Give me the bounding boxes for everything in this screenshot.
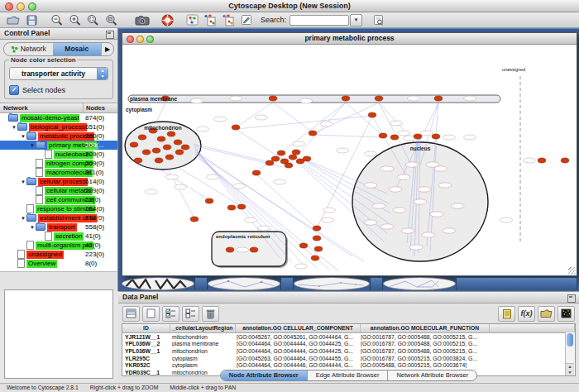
table-row[interactable]: YPL036W__1mitochondrion[GO:0044464, GO:0… [122,347,575,355]
tree-row[interactable]: secretion41(0) [0,232,117,241]
select-nodes-checkbox[interactable]: ✓ [9,85,19,95]
tab-mosaic[interactable]: Mosaic [53,43,102,55]
frame-minimize-button[interactable] [136,36,144,43]
node-label [364,183,377,188]
background-window-edge[interactable] [280,277,294,289]
background-window-edge[interactable] [194,277,208,289]
column-header[interactable]: annotation.GO CELLULAR_COMPONENT [236,324,361,332]
network-view-button[interactable] [184,13,200,26]
delete-attribute-button[interactable] [202,306,219,322]
expander-icon[interactable]: ▼ [20,179,26,184]
tree-row[interactable]: cell communicat22(0) [0,195,117,204]
network-canvas[interactable]: plasma membranecytoplasmmitochondrionnuc… [122,45,575,275]
tree-row[interactable]: ▼cellular process614(0) [0,177,117,186]
tree-row[interactable]: ▼biological_process651(0) [0,122,117,131]
expander-icon[interactable]: ▼ [20,134,26,139]
expander-icon[interactable]: ▼ [11,125,17,130]
tree-row[interactable]: response to stimulu264(0) [0,204,117,213]
edge [273,103,313,132]
float-panel-icon[interactable] [106,31,114,39]
file-icon [36,159,43,168]
nucleus-label: nucleus [410,146,431,151]
expander-icon[interactable]: ▼ [29,143,36,148]
formula-button[interactable]: f(x) [518,306,535,322]
import-attributes-button[interactable] [538,306,555,322]
tab-network[interactable]: Network [4,43,53,55]
tree-row[interactable]: ▼primary metabo209(... [0,141,117,150]
frame-resize-grip[interactable] [568,267,576,275]
help-button[interactable] [159,13,175,26]
tree-col-network[interactable]: Network [0,103,84,112]
tree-row-label: transport [47,223,77,232]
unselect-attributes-button[interactable] [182,306,199,322]
zoom-window-button[interactable] [28,2,36,11]
table-cell: YPL036W__2 [122,341,170,347]
background-window-edge[interactable] [370,277,383,289]
search-dropdown-button[interactable]: ▼ [350,14,362,26]
new-attribute-button[interactable] [142,306,160,322]
background-window-sketch[interactable] [294,277,370,290]
tree-row[interactable]: macromolecule311(0) [0,168,117,177]
tree-row[interactable]: nucleobase-209(0) [0,150,117,159]
background-window-sketch[interactable] [383,277,456,290]
node-color-dropdown[interactable]: transporter activity ▲▼ [9,67,108,80]
attribute-table-button[interactable] [122,306,140,322]
tree-row-node-count: 558(0) [85,223,104,231]
search-input[interactable] [290,15,349,26]
tab-node-attribute-browser[interactable]: Node Attribute Browser [221,370,308,380]
tree-row[interactable]: cellular metabo209(0) [0,186,117,195]
tree-row[interactable]: ▼metabolic process280(0) [0,131,117,141]
tree-row[interactable]: Overview8(0) [0,259,117,268]
table-row[interactable]: YJR121W__1mitochondrion[GO:0045267, GO:0… [122,333,575,341]
network-window-titlebar[interactable]: primary metabolic process [122,33,577,45]
snapshot-button[interactable] [134,13,151,26]
annotation-button[interactable] [238,13,255,26]
tree-row[interactable]: multi-organism pro42(0) [0,241,117,250]
tree-row[interactable]: ▼establishment of lo558(0) [0,213,117,222]
zoom-selected-button[interactable] [84,13,101,26]
background-window-sketch[interactable] [208,277,280,290]
table-row[interactable]: YKR052Ccytoplasm[GO:0044464, GO:0044446,… [122,361,575,369]
open-file-button[interactable] [5,13,22,26]
close-window-button[interactable] [5,2,13,11]
dropdown-stepper-icon: ▲▼ [97,68,108,79]
expander-icon[interactable]: ▼ [20,216,26,221]
tree-col-nodes[interactable]: Nodes [84,103,117,112]
zoom-fit-button[interactable] [103,13,119,26]
expander-icon[interactable]: ▼ [29,225,36,230]
tab-network-attribute-browser[interactable]: Network Attribute Browser [388,370,476,380]
window-titlebar[interactable]: Cytoscape Desktop (New Session) [0,0,579,12]
status-hint-zoom: Right-click + drag to ZOOM [90,384,159,392]
tree-row[interactable]: unassigned223(0) [0,250,117,259]
copy-nodes-button[interactable] [202,13,218,26]
select-attributes-button[interactable] [162,306,179,322]
matrix-view-button[interactable] [557,306,575,322]
table-row[interactable]: YPL036W__2plasma membrane[GO:0044464, GO… [122,341,575,348]
column-header[interactable]: annotation.GO MOLECULAR_FUNCTION [361,324,490,332]
copy-edges-button[interactable] [220,13,237,26]
scrollbar-thumb[interactable] [567,333,573,347]
frame-close-button[interactable] [127,36,134,43]
tree-row[interactable]: nitrogen compo209(0) [0,159,117,168]
minimize-window-button[interactable] [17,2,25,11]
save-button[interactable] [23,13,40,26]
tab-overflow-arrow[interactable]: ▶ [101,43,113,55]
tab-edge-attribute-browser[interactable]: Edge Attribute Browser [308,370,389,380]
advanced-search-button[interactable] [370,13,386,26]
notes-button[interactable] [498,306,515,322]
float-panel-icon[interactable] [567,294,576,303]
tree-row[interactable]: mosaic-demo-yeast874(0) [0,113,117,122]
background-window-edge[interactable] [456,277,577,289]
column-header[interactable]: ID [122,324,170,332]
zoom-out-button[interactable] [48,13,65,26]
frame-zoom-button[interactable] [146,36,154,43]
column-header[interactable]: _cellularLayoutRegion [170,324,236,332]
plasma-membrane-region [128,95,500,103]
zoom-in-button[interactable] [66,13,83,26]
table-row[interactable]: YLR295Ccytoplasm[GO:0045263, GO:0044464,… [122,355,575,362]
birdseye-view[interactable] [4,289,113,379]
background-window-sketch[interactable] [122,277,194,290]
table-cell: mitochondrion [170,348,234,354]
node-color-selection-group: Node color selection transporter activit… [4,60,113,99]
tree-row[interactable]: ▼transport558(0) [0,222,117,232]
